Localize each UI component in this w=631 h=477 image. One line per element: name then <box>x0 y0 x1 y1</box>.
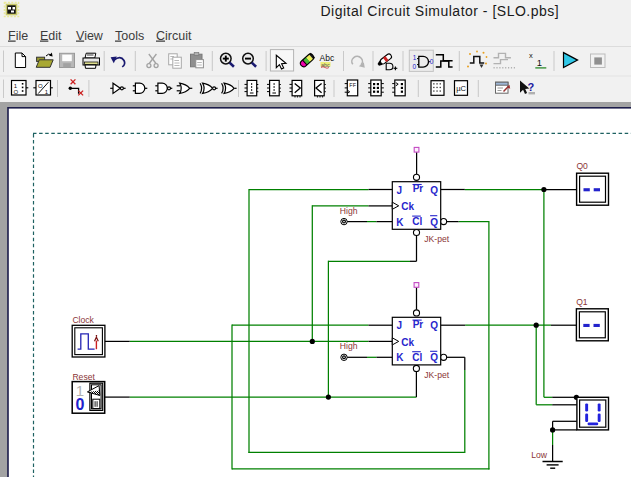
svg-text:File: File <box>8 29 28 43</box>
svg-text:J: J <box>397 320 403 331</box>
svg-text:Q: Q <box>430 320 438 331</box>
svg-text:x: x <box>529 51 533 60</box>
svg-text:Q: Q <box>430 352 438 363</box>
svg-text:?: ? <box>528 81 535 93</box>
svg-text:K: K <box>396 217 404 228</box>
svg-text:Edit: Edit <box>40 29 62 43</box>
svg-text:J: J <box>397 185 403 196</box>
svg-text:Ck: Ck <box>401 201 414 212</box>
svg-text:JK-pet: JK-pet <box>424 234 449 244</box>
svg-text:O: O <box>14 89 19 95</box>
svg-text:0: 0 <box>75 396 84 413</box>
svg-text:Low: Low <box>531 450 548 460</box>
svg-text:Reset: Reset <box>72 372 95 382</box>
svg-text:Clock: Clock <box>72 315 94 325</box>
svg-text:0: 0 <box>430 58 434 65</box>
svg-text:Q: Q <box>430 185 438 196</box>
svg-text:Ck: Ck <box>401 337 414 348</box>
svg-text:Q1: Q1 <box>576 297 588 307</box>
svg-text:View: View <box>76 29 104 43</box>
svg-text:1: 1 <box>537 57 542 68</box>
svg-text:JK-pet: JK-pet <box>424 370 449 380</box>
svg-text:High: High <box>340 206 358 216</box>
svg-text:FF: FF <box>349 82 356 88</box>
svg-text:1: 1 <box>413 54 417 61</box>
svg-text:Digital Circuit Simulator - [S: Digital Circuit Simulator - [SLO.pbs] <box>321 3 560 19</box>
svg-text:0: 0 <box>412 63 416 70</box>
svg-text:Cl: Cl <box>412 216 422 227</box>
svg-text:O: O <box>38 83 43 89</box>
svg-text:K: K <box>396 352 404 363</box>
svg-text:Tools: Tools <box>115 29 144 43</box>
svg-text:Cl: Cl <box>412 352 422 363</box>
svg-text:Q: Q <box>430 217 438 228</box>
svg-text:Circuit: Circuit <box>156 29 192 43</box>
svg-text:µC: µC <box>456 84 466 93</box>
svg-text:Q0: Q0 <box>576 161 588 171</box>
svg-text:High: High <box>340 341 358 351</box>
